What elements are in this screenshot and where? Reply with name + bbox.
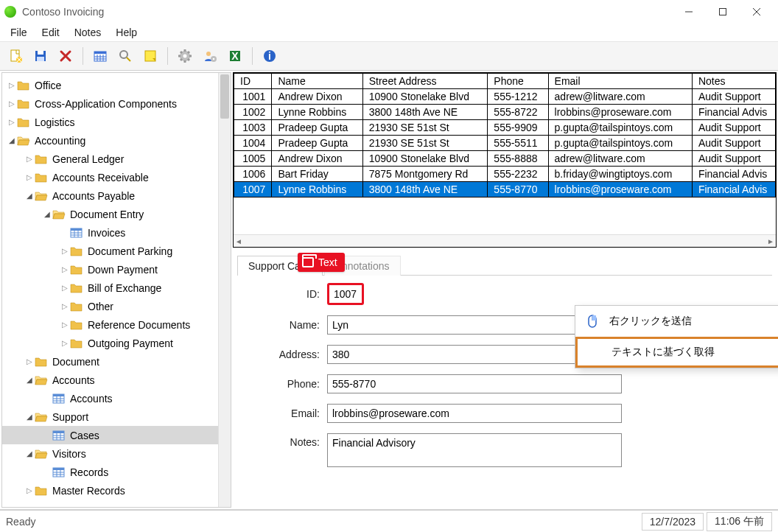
email-field[interactable]	[327, 404, 622, 423]
save-button[interactable]	[29, 45, 52, 67]
mouse-icon	[586, 315, 599, 328]
tree-node[interactable]: Accounts	[2, 389, 218, 407]
chevron-right-icon[interactable]: ▷	[60, 247, 70, 255]
export-excel-button[interactable]: X	[224, 45, 246, 67]
info-button[interactable]: i	[259, 45, 281, 67]
settings-button[interactable]	[174, 45, 196, 67]
tree-label: Office	[35, 80, 61, 91]
cell: Audit Support	[692, 89, 775, 105]
chevron-right-icon[interactable]: ▷	[24, 173, 35, 181]
table-row[interactable]: 1002Lynne Robbins3800 148th Ave NE555-87…	[234, 105, 776, 120]
cell: lrobbins@proseware.com	[548, 105, 692, 120]
menu-file[interactable]: File	[3, 25, 35, 40]
chevron-right-icon[interactable]: ▷	[24, 155, 35, 163]
chevron-right-icon[interactable]: ▷	[60, 302, 70, 310]
table-row[interactable]: 1001Andrew Dixon10900 Stonelake Blvd555-…	[234, 89, 776, 105]
minimize-button[interactable]	[672, 0, 706, 24]
ctx-get-by-text[interactable]: テキストに基づく取得	[575, 337, 778, 368]
tree-node[interactable]: ▷General Ledger	[2, 150, 218, 168]
table-row[interactable]: 1004Pradeep Gupta21930 SE 51st St555-551…	[234, 136, 776, 151]
chevron-right-icon[interactable]: ▷	[60, 321, 70, 329]
chevron-right-icon[interactable]: ▷	[7, 81, 17, 89]
tree-label: General Ledger	[52, 153, 124, 165]
ctx-send-right-click[interactable]: 右クリックを送信	[575, 306, 778, 337]
delete-button[interactable]	[55, 45, 77, 67]
tree-node[interactable]: ▷Outgoing Payment	[2, 334, 218, 352]
tree-node[interactable]: ▷Logistics	[2, 113, 218, 131]
chevron-down-icon[interactable]: ◢	[24, 192, 35, 200]
chevron-down-icon[interactable]: ◢	[24, 449, 35, 458]
cell: Audit Support	[692, 151, 775, 167]
grid-horizontal-scrollbar[interactable]: ◄►	[234, 234, 776, 247]
menu-notes[interactable]: Notes	[67, 25, 109, 40]
menu-help[interactable]: Help	[108, 25, 144, 40]
folder-open-icon	[17, 135, 30, 147]
column-header[interactable]: Email	[548, 74, 692, 89]
phone-field[interactable]	[327, 374, 622, 393]
chevron-down-icon[interactable]: ◢	[42, 210, 52, 218]
column-header[interactable]: Notes	[692, 74, 775, 89]
tree-node[interactable]: ▷Reference Documents	[2, 315, 218, 334]
column-header[interactable]: Name	[272, 74, 362, 89]
folder-icon	[35, 172, 48, 183]
tree-node[interactable]: ◢Accounting	[2, 131, 218, 150]
folder-icon	[17, 116, 30, 128]
tree-node[interactable]: ▷Down Payment	[2, 260, 218, 279]
new-doc-button[interactable]	[4, 45, 27, 67]
search-button[interactable]	[114, 45, 136, 67]
calendar-button[interactable]	[89, 45, 111, 67]
chevron-right-icon[interactable]: ▷	[7, 118, 17, 126]
tree-node[interactable]: Invoices	[2, 223, 218, 242]
tree-node[interactable]: ▷Office	[2, 76, 218, 94]
tree-node[interactable]: ▷Other	[2, 297, 218, 315]
tree-scrollbar[interactable]	[218, 73, 231, 507]
chevron-right-icon[interactable]: ▷	[24, 357, 35, 365]
tree-node[interactable]: ▷Document	[2, 352, 218, 371]
notes-field[interactable]	[327, 433, 622, 467]
tree-node[interactable]: ◢Document Entry	[2, 205, 218, 223]
menu-edit[interactable]: Edit	[35, 25, 67, 40]
text-recorder-tag[interactable]: Text	[298, 253, 345, 272]
tree-node[interactable]: ◢Visitors	[2, 444, 218, 463]
close-button[interactable]	[740, 0, 774, 24]
tree-node[interactable]: ▷Accounts Receivable	[2, 168, 218, 186]
label-name: Name:	[261, 319, 320, 331]
column-header[interactable]: Phone	[488, 74, 548, 89]
tree-node[interactable]: ▷Cross-Application Components	[2, 94, 218, 113]
tree-node[interactable]: ◢Support	[2, 407, 218, 426]
cell: 21930 SE 51st St	[362, 136, 488, 151]
chevron-down-icon[interactable]: ◢	[7, 136, 17, 144]
window-title: Contoso Invoicing	[22, 6, 672, 18]
cell: 1004	[234, 136, 272, 151]
chevron-down-icon[interactable]: ◢	[24, 413, 35, 421]
cell: 7875 Montgomery Rd	[362, 167, 488, 182]
tree-node[interactable]: ▷Bill of Exchange	[2, 279, 218, 297]
folder-icon	[17, 98, 30, 110]
tree-node[interactable]: Cases	[2, 426, 218, 444]
chevron-right-icon[interactable]: ▷	[60, 339, 70, 347]
chevron-right-icon[interactable]: ▷	[60, 284, 70, 292]
window-icon	[302, 257, 314, 267]
column-header[interactable]: ID	[234, 74, 272, 89]
user-settings-button[interactable]	[199, 45, 221, 67]
note-button[interactable]	[139, 45, 161, 67]
tree-node[interactable]: Records	[2, 463, 218, 481]
tree-node[interactable]: ▷Master Records	[2, 481, 218, 500]
chevron-right-icon[interactable]: ▷	[7, 99, 17, 108]
cell: 1005	[234, 151, 272, 167]
maximize-button[interactable]	[706, 0, 740, 24]
ctx-label: 右クリックを送信	[609, 315, 692, 328]
table-row[interactable]: 1005Andrew Dixon10900 Stonelake Blvd555-…	[234, 151, 776, 167]
tree-node[interactable]: ▷Document Parking	[2, 242, 218, 260]
chevron-down-icon[interactable]: ◢	[24, 376, 35, 384]
chevron-right-icon[interactable]: ▷	[24, 486, 35, 494]
id-field[interactable]	[327, 283, 364, 305]
column-header[interactable]: Street Address	[362, 74, 488, 89]
table-row[interactable]: 1006Bart Friday7875 Montgomery Rd555-223…	[234, 167, 776, 182]
table-row[interactable]: 1007Lynne Robbins3800 148th Ave NE555-87…	[234, 182, 776, 197]
chevron-right-icon[interactable]: ▷	[60, 265, 70, 273]
tree-node[interactable]: ◢Accounts	[2, 371, 218, 389]
tree-node[interactable]: ◢Accounts Payable	[2, 186, 218, 205]
cell: Audit Support	[692, 136, 775, 151]
table-row[interactable]: 1003Pradeep Gupta21930 SE 51st St555-990…	[234, 120, 776, 136]
